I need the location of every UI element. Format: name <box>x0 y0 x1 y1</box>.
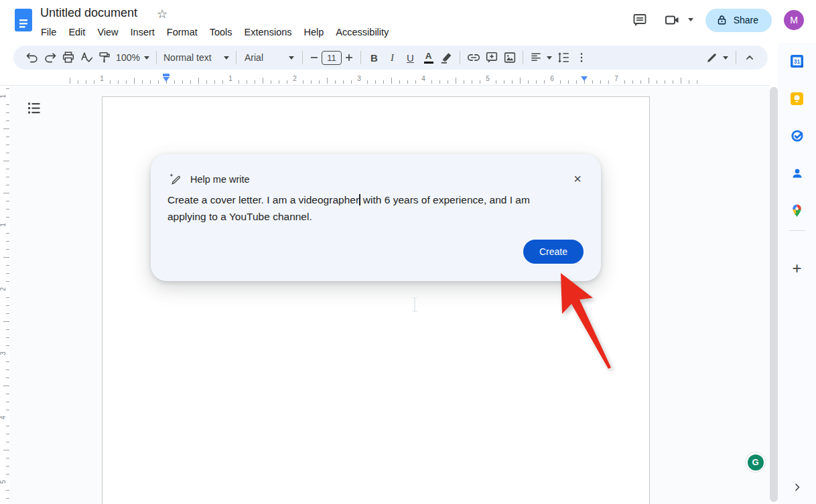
ruler-tick <box>464 80 464 84</box>
share-label: Share <box>734 15 758 25</box>
ruler-tick <box>214 80 215 84</box>
ruler-tick <box>657 80 657 84</box>
ruler-tick <box>3 257 9 258</box>
text-color-letter: A <box>424 52 433 60</box>
share-button[interactable]: Share <box>705 9 772 32</box>
menu-file[interactable]: File <box>35 24 62 40</box>
ruler-tick <box>6 329 9 330</box>
menu-insert[interactable]: Insert <box>125 24 161 40</box>
chevron-down-icon <box>547 56 552 62</box>
ruler-tick <box>6 426 9 426</box>
ruler-tick <box>6 434 9 434</box>
indent-triangle[interactable] <box>163 77 169 85</box>
menu-accessibility[interactable]: Accessibility <box>330 24 395 40</box>
google-calendar-icon[interactable]: 31 <box>787 50 808 72</box>
google-docs-logo-icon[interactable] <box>15 8 32 32</box>
ruler-tick <box>6 281 9 282</box>
close-icon[interactable]: × <box>570 171 585 186</box>
ruler-tick <box>142 80 143 84</box>
ruler-tick <box>263 78 263 84</box>
ruler-tick <box>319 80 320 84</box>
google-keep-icon[interactable] <box>787 88 808 109</box>
ruler-tick <box>3 321 9 322</box>
insert-image-button[interactable] <box>500 48 519 67</box>
hide-side-panel-icon[interactable] <box>787 477 808 498</box>
menu-help[interactable]: Help <box>298 24 330 40</box>
toolbar: 100% Normal text Arial 11 B <box>13 46 768 70</box>
google-docs-window: Untitled document ☆ File Edit View Inser… <box>0 0 816 504</box>
menu-format[interactable]: Format <box>161 24 204 40</box>
ruler-tick <box>6 337 9 338</box>
print-button[interactable] <box>59 48 77 67</box>
open-comments-icon[interactable] <box>628 8 652 32</box>
more-options-button[interactable] <box>572 48 590 67</box>
increase-font-size-button[interactable] <box>342 48 356 67</box>
ruler-tick <box>6 169 9 169</box>
show-document-outline-icon[interactable] <box>26 100 42 116</box>
ruler-tick <box>6 474 9 475</box>
help-me-write-dialog: Help me write × Create a cover letter. I… <box>151 154 601 281</box>
side-panel-divider <box>789 230 805 231</box>
ruler-tick <box>6 201 9 201</box>
prompt-line-2: applying to a YouTube channel. <box>167 209 569 226</box>
zoom-select[interactable]: 100% <box>113 48 152 67</box>
ruler-tick <box>681 78 681 84</box>
ruler-tick <box>6 466 9 467</box>
italic-button[interactable]: I <box>383 48 401 67</box>
line-spacing-button[interactable] <box>554 48 572 67</box>
editing-mode-select[interactable] <box>701 48 732 67</box>
font-select[interactable]: Arial <box>241 48 298 67</box>
star-icon[interactable]: ☆ <box>157 7 167 21</box>
insert-link-button[interactable] <box>464 48 482 67</box>
ruler-tick <box>174 80 175 84</box>
paint-format-button[interactable] <box>95 48 113 67</box>
bold-button[interactable]: B <box>365 48 383 67</box>
ruler-tick <box>182 80 183 84</box>
zoom-value: 100% <box>116 52 140 63</box>
ruler-tick <box>311 80 312 84</box>
spelling-grammar-check-button[interactable] <box>77 48 95 67</box>
align-select[interactable] <box>527 48 554 67</box>
undo-button[interactable] <box>23 48 41 67</box>
prompt-line-1: Create a cover letter. I am a videograph… <box>167 192 569 209</box>
ruler-tick <box>6 273 9 274</box>
join-call-button[interactable] <box>664 12 693 28</box>
chevron-down-icon <box>144 56 149 62</box>
google-contacts-icon[interactable] <box>787 163 808 184</box>
google-tasks-icon[interactable] <box>787 125 808 147</box>
toolbar-divider <box>302 51 303 64</box>
ruler-tick <box>480 80 480 84</box>
decrease-font-size-button[interactable] <box>307 48 322 67</box>
document-title[interactable]: Untitled document <box>40 6 137 20</box>
google-maps-icon[interactable] <box>787 200 808 222</box>
ruler-tick <box>640 80 641 84</box>
get-add-ons-button[interactable]: + <box>787 258 808 279</box>
indent-right-marker[interactable] <box>581 76 588 84</box>
highlight-color-button[interactable] <box>437 48 456 67</box>
hide-menus-button[interactable] <box>740 48 758 67</box>
underline-button[interactable]: U <box>401 48 419 67</box>
ruler-tick <box>255 80 255 84</box>
first-line-indent-bar[interactable] <box>163 74 169 76</box>
paragraph-styles-select[interactable]: Normal text <box>161 48 232 67</box>
add-comment-button[interactable] <box>482 48 500 67</box>
create-button[interactable]: Create <box>523 240 584 264</box>
menu-tools[interactable]: Tools <box>204 24 239 40</box>
menu-view[interactable]: View <box>91 24 124 40</box>
vertical-scrollbar[interactable] <box>770 87 778 502</box>
account-avatar[interactable]: M <box>784 10 804 30</box>
paragraph-style-value: Normal text <box>163 52 212 63</box>
indent-first-line-marker[interactable] <box>163 74 169 85</box>
menu-edit[interactable]: Edit <box>62 24 91 40</box>
grammarly-button[interactable]: G <box>745 452 766 473</box>
ruler-tick <box>3 161 9 161</box>
font-size-input[interactable]: 11 <box>322 51 342 65</box>
ruler-tick <box>3 129 9 129</box>
menu-extensions[interactable]: Extensions <box>239 24 298 40</box>
prompt-text-input[interactable]: Create a cover letter. I am a videograph… <box>167 192 569 225</box>
ruler-tick <box>665 80 665 84</box>
indent-triangle[interactable] <box>581 76 588 84</box>
redo-button[interactable] <box>41 48 59 67</box>
text-color-button[interactable]: A <box>419 48 437 67</box>
ruler-tick <box>247 80 247 84</box>
